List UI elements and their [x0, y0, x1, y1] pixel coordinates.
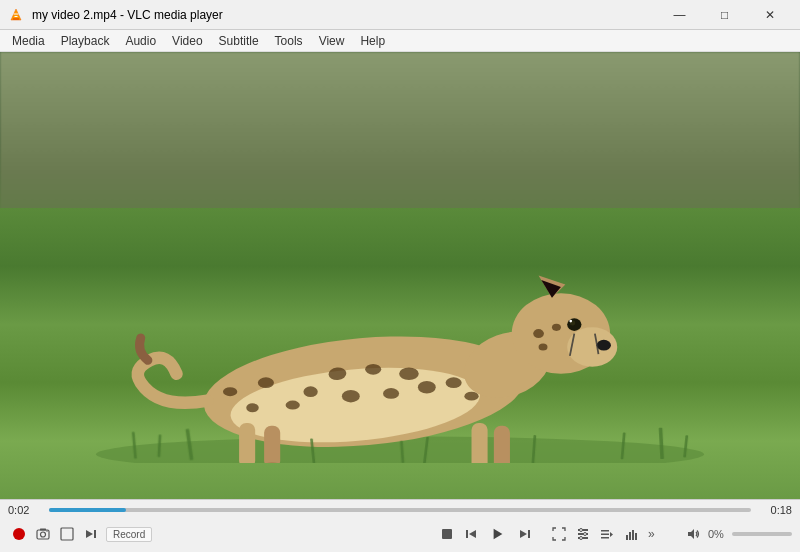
progress-bar-area: 0:02 0:18	[0, 500, 800, 518]
svg-rect-76	[632, 530, 634, 540]
mute-button[interactable]	[682, 523, 704, 545]
svg-point-26	[464, 392, 478, 401]
svg-point-24	[286, 401, 300, 410]
svg-point-27	[223, 387, 237, 396]
volume-track[interactable]	[732, 532, 792, 536]
prev-button[interactable]	[460, 523, 482, 545]
record-icon	[12, 527, 26, 541]
svg-rect-58	[442, 529, 452, 539]
next-icon	[518, 527, 532, 541]
svg-rect-74	[626, 535, 628, 540]
progress-track[interactable]	[49, 508, 751, 512]
menu-view[interactable]: View	[311, 32, 353, 50]
next-button[interactable]	[514, 523, 536, 545]
window-title: my video 2.mp4 - VLC media player	[32, 8, 223, 22]
maximize-button[interactable]: □	[702, 0, 747, 30]
menu-subtitle[interactable]: Subtitle	[211, 32, 267, 50]
frame-next-icon	[84, 527, 98, 541]
svg-rect-57	[94, 530, 96, 538]
svg-rect-53	[40, 529, 46, 531]
frame-next-button[interactable]	[80, 523, 102, 545]
svg-point-17	[365, 364, 381, 375]
svg-point-23	[258, 377, 274, 388]
svg-marker-59	[469, 530, 476, 538]
svg-rect-77	[635, 533, 637, 540]
svg-point-52	[41, 532, 46, 537]
svg-point-29	[533, 329, 544, 338]
prev-icon	[464, 527, 478, 541]
vlc-icon	[8, 7, 24, 23]
video-scene	[0, 52, 800, 499]
svg-marker-61	[494, 529, 503, 540]
volume-area: 0%	[682, 523, 792, 545]
buttons-row: Record	[0, 518, 800, 552]
menu-tools[interactable]: Tools	[267, 32, 311, 50]
controls-area: 0:02 0:18	[0, 499, 800, 552]
svg-rect-71	[601, 534, 609, 536]
cheetah-illustration	[40, 195, 760, 463]
svg-point-54	[46, 530, 48, 532]
playlist-icon	[600, 527, 614, 541]
svg-marker-62	[520, 530, 527, 538]
settings-icon	[576, 527, 590, 541]
svg-point-31	[539, 343, 548, 350]
fullscreen-button[interactable]	[548, 523, 570, 545]
stop-icon	[440, 527, 454, 541]
snapshot-button[interactable]	[32, 523, 54, 545]
menu-media[interactable]: Media	[4, 32, 53, 50]
svg-point-30	[552, 324, 561, 331]
menu-playback[interactable]: Playback	[53, 32, 118, 50]
svg-rect-70	[601, 530, 609, 532]
volume-label: 0%	[708, 528, 728, 540]
svg-point-28	[246, 403, 259, 412]
stop-button[interactable]	[436, 523, 458, 545]
playlist-button[interactable]	[596, 523, 618, 545]
time-total: 0:18	[757, 504, 792, 516]
svg-point-67	[580, 529, 583, 532]
svg-rect-60	[466, 530, 468, 538]
fullscreen-icon	[552, 527, 566, 541]
svg-point-68	[584, 533, 587, 536]
video-area[interactable]	[0, 52, 800, 499]
svg-rect-72	[601, 537, 609, 539]
menu-video[interactable]: Video	[164, 32, 210, 50]
loop-icon	[60, 527, 74, 541]
minimize-button[interactable]: —	[657, 0, 702, 30]
svg-point-69	[580, 537, 583, 540]
effects-button[interactable]	[620, 523, 642, 545]
svg-rect-37	[264, 426, 280, 464]
svg-marker-79	[688, 529, 694, 539]
title-bar: my video 2.mp4 - VLC media player — □ ✕	[0, 0, 800, 30]
svg-point-21	[383, 388, 399, 399]
close-button[interactable]: ✕	[747, 0, 792, 30]
svg-point-19	[303, 386, 317, 397]
svg-point-25	[446, 377, 462, 388]
play-button[interactable]	[484, 520, 512, 548]
svg-point-15	[597, 340, 611, 351]
record-button[interactable]	[8, 523, 30, 545]
extended-button[interactable]	[572, 523, 594, 545]
more-icon: »	[648, 527, 662, 541]
svg-rect-63	[528, 530, 530, 538]
svg-rect-32	[472, 423, 488, 463]
svg-text:»: »	[648, 527, 655, 541]
play-icon	[491, 527, 505, 541]
menu-help[interactable]: Help	[352, 32, 393, 50]
svg-rect-75	[629, 532, 631, 540]
loop-button[interactable]	[56, 523, 78, 545]
progress-filled	[49, 508, 126, 512]
svg-rect-1	[13, 18, 19, 20]
menu-audio[interactable]: Audio	[117, 32, 164, 50]
effects-icon	[624, 527, 638, 541]
volume-icon	[686, 527, 700, 541]
svg-marker-56	[86, 530, 93, 538]
svg-point-18	[399, 368, 419, 381]
svg-point-22	[418, 381, 436, 394]
svg-point-50	[13, 528, 25, 540]
window-controls: — □ ✕	[657, 0, 792, 30]
svg-rect-55	[61, 528, 73, 540]
more-buttons[interactable]: »	[644, 523, 666, 545]
camera-icon	[36, 527, 50, 541]
svg-point-20	[342, 390, 360, 403]
menu-bar: Media Playback Audio Video Subtitle Tool…	[0, 30, 800, 52]
